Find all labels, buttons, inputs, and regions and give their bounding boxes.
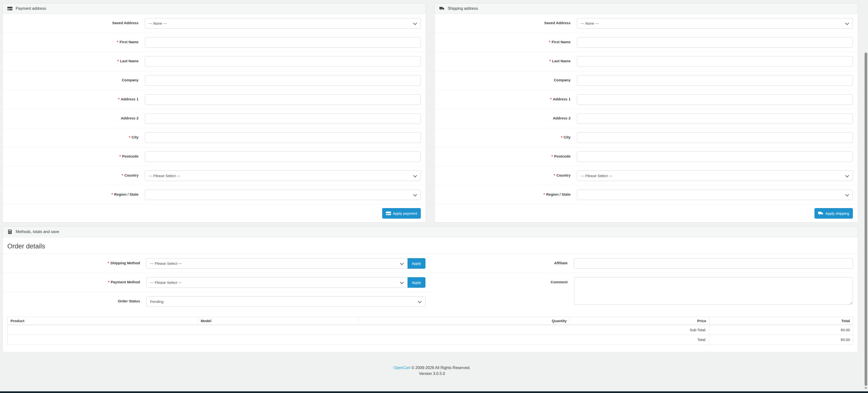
order-status-select-control[interactable]: Pending: [146, 296, 425, 307]
first-name-label-text: First Name: [120, 40, 138, 44]
address-2-input[interactable]: [145, 113, 421, 124]
first-name-label: *First Name: [435, 37, 577, 44]
table-header-product: Product: [7, 317, 198, 325]
address-2-input[interactable]: [577, 113, 853, 124]
form-row-address-1: *Address 1: [3, 90, 426, 109]
order-status-label-text: Order Status: [118, 299, 140, 303]
apply-shipping-button[interactable]: Apply shipping: [814, 208, 853, 219]
region-state-select-control[interactable]: [145, 190, 421, 200]
country-control-column: --- Please Select ---: [145, 170, 421, 181]
address-2-control-column: [577, 113, 853, 124]
company-input[interactable]: [145, 75, 421, 86]
last-name-label: *Last Name: [3, 56, 145, 63]
comment-control-column: [574, 277, 853, 305]
saved-address-label-text: Saved Address: [544, 21, 570, 25]
table-header-total: Total: [709, 317, 853, 325]
scrollbar-down-arrow-icon[interactable]: [865, 387, 867, 389]
affiliate-input[interactable]: [574, 258, 853, 269]
order-status-select[interactable]: Pending: [146, 296, 425, 307]
payment-method-apply-button[interactable]: Apply: [407, 277, 426, 288]
postcode-label: *Postcode: [435, 152, 577, 158]
address-2-control-column: [145, 113, 421, 124]
saved-address-select[interactable]: --- None ---: [577, 18, 853, 29]
company-control-column: [577, 75, 853, 86]
company-label: Company: [435, 75, 577, 82]
shipping-panel-heading: Shipping address: [435, 3, 858, 14]
form-row-company: Company: [435, 71, 858, 90]
region-state-label-text: Region / State: [546, 192, 570, 196]
copyright-text: © 2009-2026 All Rights Reserved.: [411, 366, 470, 370]
scrollbar-thumb[interactable]: [865, 53, 867, 386]
shipping-method-apply-button[interactable]: Apply: [407, 258, 426, 269]
payment-method-select[interactable]: --- Please Select ---: [146, 277, 408, 288]
saved-address-control-column: --- None ---: [145, 18, 421, 29]
required-asterisk: *: [551, 154, 554, 158]
form-row-last-name: *Last Name: [3, 52, 426, 71]
methods-panel-heading: Methods, totals and save: [3, 227, 858, 237]
shipping-method-select-control[interactable]: --- Please Select ---: [146, 258, 408, 269]
calculator-icon: [7, 230, 12, 234]
address-1-label: *Address 1: [3, 94, 145, 101]
postcode-input[interactable]: [145, 152, 421, 162]
shipping-method-label: *Shipping Method: [3, 258, 146, 265]
saved-address-select-control[interactable]: --- None ---: [577, 18, 853, 29]
methods-totals-panel: Methods, totals and save Order details *…: [2, 226, 858, 352]
payment-method-select-control[interactable]: --- Please Select ---: [146, 277, 408, 288]
apply-payment-button[interactable]: Apply payment: [382, 208, 421, 219]
form-row-city: *City: [3, 128, 426, 147]
company-label-text: Company: [554, 78, 570, 82]
affiliate-label: Affiliate: [430, 258, 574, 265]
form-row-company: Company: [3, 71, 426, 90]
order-status-control-column: Pending: [146, 296, 425, 307]
region-state-select-control[interactable]: [577, 190, 853, 200]
city-label-text: City: [131, 135, 138, 139]
address-1-input[interactable]: [145, 94, 421, 105]
address-2-label-text: Address 2: [553, 116, 570, 120]
city-label-text: City: [563, 135, 570, 139]
region-state-control-column: [145, 190, 421, 200]
address-1-control-column: [577, 94, 853, 105]
company-input[interactable]: [577, 75, 853, 86]
first-name-input[interactable]: [577, 37, 853, 47]
city-input[interactable]: [577, 132, 853, 143]
opencart-link[interactable]: OpenCart: [394, 366, 410, 370]
totals-row-sub-total: Sub-Total:€0.00: [7, 325, 853, 335]
form-row-country: *Country--- Please Select ---: [3, 166, 426, 185]
country-label: *Country: [3, 170, 145, 177]
payment-method-label: *Payment Method: [3, 277, 146, 284]
country-select-control[interactable]: --- Please Select ---: [145, 170, 421, 181]
truck-icon: [439, 6, 444, 11]
country-label-text: Country: [556, 173, 570, 177]
comment-textarea[interactable]: [574, 277, 853, 305]
form-row-postcode: *Postcode: [435, 147, 858, 166]
region-state-label-text: Region / State: [114, 192, 138, 196]
first-name-label-text: First Name: [552, 40, 570, 44]
required-asterisk: *: [108, 280, 111, 284]
city-input[interactable]: [145, 132, 421, 143]
payment-apply-row: Apply payment: [3, 204, 426, 222]
vertical-scrollbar[interactable]: [864, 0, 868, 393]
required-asterisk: *: [108, 261, 111, 265]
address-1-input[interactable]: [577, 94, 853, 105]
first-name-input[interactable]: [145, 37, 421, 47]
last-name-input[interactable]: [577, 56, 853, 67]
region-state-select[interactable]: [577, 190, 853, 200]
saved-address-select-control[interactable]: --- None ---: [145, 18, 421, 29]
postcode-control-column: [577, 152, 853, 162]
country-select-control[interactable]: --- Please Select ---: [577, 170, 853, 181]
table-header-price: Price: [569, 317, 709, 325]
payment-method-control-column: --- Please Select ---Apply: [146, 277, 425, 288]
order-page: Payment address Saved Address--- None --…: [0, 0, 868, 393]
country-select[interactable]: --- Please Select ---: [145, 170, 421, 181]
region-state-control-column: [577, 190, 853, 200]
postcode-input[interactable]: [577, 152, 853, 162]
region-state-select[interactable]: [145, 190, 421, 200]
country-label: *Country: [435, 170, 577, 177]
shipping-panel-body: Saved Address--- None ---*First Name*Las…: [435, 14, 858, 204]
country-select[interactable]: --- Please Select ---: [577, 170, 853, 181]
shipping-method-select[interactable]: --- Please Select ---: [146, 258, 408, 269]
saved-address-select[interactable]: --- None ---: [145, 18, 421, 29]
address-1-label-text: Address 1: [553, 97, 570, 101]
address-2-label: Address 2: [435, 113, 577, 120]
last-name-input[interactable]: [145, 56, 421, 67]
